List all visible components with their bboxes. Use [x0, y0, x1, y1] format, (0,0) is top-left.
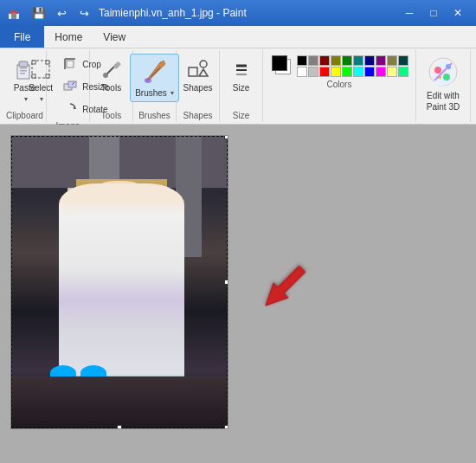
size-icon [228, 55, 255, 83]
svg-point-33 [443, 74, 450, 80]
image-container [10, 135, 228, 429]
close-button[interactable]: ✕ [447, 4, 469, 22]
svg-rect-9 [46, 61, 49, 64]
color-cell[interactable] [398, 67, 408, 77]
color-cell[interactable] [308, 67, 318, 77]
color-cell[interactable] [353, 55, 363, 66]
product-alert-group: ℹ Productalert T aimienphi .vn [471, 50, 476, 122]
title-bar: 💾 ↩ ↪ Taimienphi.vn_anh_1.jpg - Paint ─ … [0, 0, 476, 26]
photo-background [11, 136, 228, 428]
color-cell[interactable] [319, 55, 330, 66]
minimize-button[interactable]: ─ [398, 4, 421, 22]
qat-redo-button[interactable]: ↪ [74, 3, 93, 23]
photo-person [59, 183, 184, 395]
tools-group-items: Tools [94, 52, 129, 109]
ribbon: Paste ▾ Clipboard Select ▾ [0, 48, 476, 125]
svg-point-31 [434, 67, 441, 74]
color-cell[interactable] [342, 67, 352, 77]
crop-icon [61, 55, 79, 73]
brushes-icon [139, 57, 170, 88]
color-swatch-container [270, 54, 294, 78]
svg-rect-21 [113, 61, 120, 69]
rotate-icon [61, 100, 79, 118]
file-menu[interactable]: File [0, 26, 44, 48]
color-cell[interactable] [353, 67, 363, 77]
red-arrow-svg [241, 253, 327, 322]
title-bar-left: 💾 ↩ ↪ Taimienphi.vn_anh_1.jpg - Paint [7, 3, 247, 23]
brushes-group-label: Brushes [138, 111, 170, 120]
quick-access-toolbar: 💾 ↩ ↪ [29, 3, 93, 23]
size-group-label: Size [233, 111, 249, 120]
edit-with-paint3d-group[interactable]: Edit withPaint 3D [416, 50, 471, 122]
svg-point-22 [145, 78, 151, 83]
size-group-items: Size [224, 52, 259, 109]
maximize-button[interactable]: □ [422, 4, 445, 22]
color-cell[interactable] [331, 55, 341, 66]
color-cell[interactable] [319, 67, 330, 77]
color-cell[interactable] [387, 67, 397, 77]
svg-point-25 [200, 61, 207, 68]
color-cell[interactable] [297, 67, 307, 77]
size-label: Size [233, 83, 249, 93]
select-icon [27, 55, 55, 83]
shapes-group-items: Shapes [180, 52, 216, 109]
shapes-button[interactable]: Shapes [180, 54, 216, 95]
color-cell[interactable] [342, 55, 352, 66]
home-menu[interactable]: Home [44, 26, 93, 48]
qat-save-button[interactable]: 💾 [29, 3, 48, 23]
color-cell[interactable] [308, 55, 318, 66]
qat-undo-button[interactable]: ↩ [52, 3, 71, 23]
canvas-area [0, 125, 476, 463]
resize-icon [61, 78, 79, 95]
shapes-group-label: Shapes [183, 111, 213, 120]
color-cell[interactable] [331, 67, 341, 77]
foreground-color-swatch[interactable] [272, 55, 287, 71]
size-group: Size Size [220, 50, 263, 122]
svg-rect-10 [32, 74, 35, 78]
svg-marker-26 [199, 69, 208, 76]
photo-floor [11, 376, 228, 428]
shapes-label: Shapes [183, 83, 213, 93]
window-title: Taimienphi.vn_anh_1.jpg - Paint [99, 7, 247, 19]
paint3d-icon [425, 54, 461, 90]
brushes-button[interactable]: Brushes ▾ [130, 54, 179, 102]
select-label: Select ▾ [27, 83, 55, 104]
svg-rect-8 [32, 61, 35, 64]
tools-label: Tools [101, 83, 121, 93]
tools-button[interactable]: Tools [94, 54, 129, 95]
tools-group-label: Tools [101, 111, 121, 120]
tools-icon [98, 55, 125, 83]
view-menu[interactable]: View [93, 26, 136, 48]
color-cell[interactable] [398, 55, 408, 66]
select-button[interactable]: Select ▾ [23, 54, 58, 106]
color-cell[interactable] [364, 67, 375, 77]
color-cell[interactable] [297, 55, 307, 66]
svg-marker-35 [258, 261, 309, 312]
brushes-group-items: Brushes ▾ [130, 52, 179, 109]
window-controls: ─ □ ✕ [398, 4, 469, 22]
svg-rect-11 [46, 74, 49, 78]
paint-canvas[interactable] [10, 135, 228, 429]
color-swatches-area [270, 54, 408, 78]
brushes-group: Brushes ▾ Brushes [133, 50, 177, 122]
size-button[interactable]: Size [224, 54, 259, 95]
color-cell[interactable] [364, 55, 375, 66]
svg-point-20 [103, 73, 108, 78]
colors-label: Colors [327, 80, 352, 89]
tools-group: Tools Tools [90, 50, 133, 122]
svg-rect-14 [67, 61, 74, 68]
svg-rect-24 [189, 68, 197, 76]
brushes-label: Brushes ▾ [135, 88, 174, 99]
color-palette [297, 55, 408, 77]
shapes-group: Shapes Shapes [177, 50, 220, 122]
colors-group: Colors [263, 50, 416, 122]
menu-bar: File Home View [0, 26, 476, 48]
image-group: Select ▾ Crop [47, 50, 90, 122]
color-cell[interactable] [387, 55, 397, 66]
shapes-icon [184, 55, 212, 83]
color-cell[interactable] [376, 67, 386, 77]
app-icon [7, 6, 21, 20]
color-cell[interactable] [376, 55, 386, 66]
svg-rect-1 [11, 13, 16, 19]
edit-with-paint3d-label: Edit withPaint 3D [427, 90, 460, 113]
